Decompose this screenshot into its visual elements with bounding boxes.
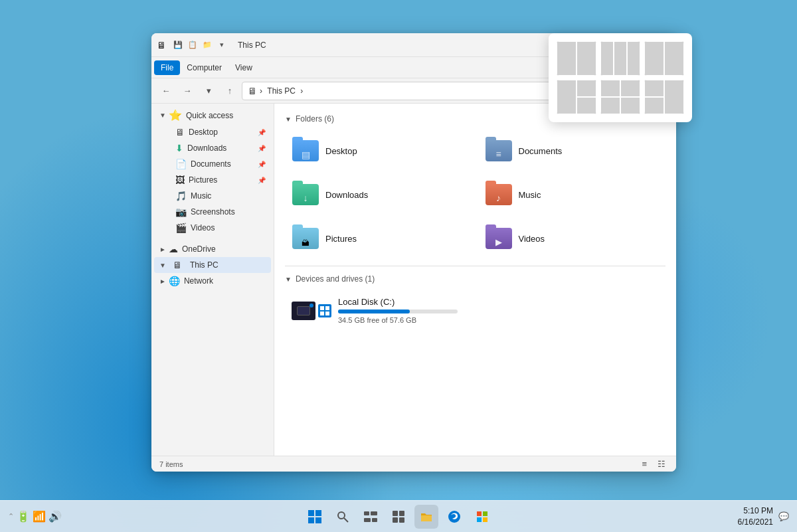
search-button[interactable] [331, 505, 355, 529]
properties-icon[interactable]: 📋 [186, 39, 199, 52]
folders-section-label: Folders (6) [296, 114, 334, 124]
folder-pictures-icon-wrap [292, 225, 319, 252]
svg-rect-16 [393, 517, 398, 523]
folder-desktop[interactable]: Desktop [285, 132, 473, 170]
menu-file[interactable]: File [154, 60, 180, 75]
sidebar-item-screenshots[interactable]: 📷 Screenshots [154, 204, 271, 220]
folder-desktop-icon-wrap [292, 137, 319, 164]
back-button[interactable]: ← [157, 82, 175, 100]
folder-downloads[interactable]: Downloads [285, 175, 473, 214]
grid-view-button[interactable]: ☷ [655, 458, 668, 470]
dropdown-arrow-icon[interactable]: ▾ [215, 39, 228, 52]
this-pc-label: This PC [190, 260, 219, 270]
sidebar-item-videos[interactable]: 🎬 Videos [154, 220, 271, 236]
widgets-button[interactable] [387, 505, 410, 529]
forward-button[interactable]: → [178, 82, 197, 100]
menu-view[interactable]: View [228, 60, 259, 75]
recent-locations-button[interactable]: ▾ [199, 82, 218, 100]
device-local-disk[interactable]: Local Disk (C:) 34.5 GB free of 57.6 GB [285, 292, 665, 329]
svg-rect-3 [325, 311, 329, 315]
folder-videos[interactable]: Videos [478, 219, 666, 258]
snap-cell [620, 80, 640, 97]
onedrive-chevron: ► [159, 246, 166, 253]
task-view-button[interactable] [359, 505, 383, 529]
taskbar-time-date[interactable]: 5:10 PM 6/16/2021 [738, 505, 773, 528]
path-thispc: This PC [267, 86, 296, 96]
folder-downloads-icon [292, 184, 319, 205]
notification-icon[interactable]: 💬 [778, 511, 789, 521]
sidebar-item-pictures[interactable]: 🖼 Pictures 📌 [154, 172, 271, 188]
svg-rect-11 [371, 511, 377, 515]
save-icon[interactable]: 💾 [171, 39, 185, 52]
content-area: ▼ ⭐ Quick access 🖥 Desktop 📌 ⬇ Downloads… [151, 104, 676, 456]
list-view-button[interactable]: ≡ [639, 458, 650, 470]
devices-toggle-icon: ▼ [285, 276, 292, 283]
folder-pictures[interactable]: Pictures [285, 219, 473, 258]
edge-browser-button[interactable] [442, 505, 466, 529]
taskbar-center [303, 505, 494, 529]
svg-point-8 [338, 512, 345, 519]
folder-music-icon-wrap [486, 181, 512, 208]
sidebar-item-documents[interactable]: 📄 Documents 📌 [154, 156, 271, 172]
store-button[interactable] [470, 505, 494, 529]
snap-layout-2[interactable] [600, 41, 640, 76]
snap-layout-6[interactable] [644, 80, 684, 114]
svg-line-9 [344, 518, 348, 522]
taskbar-date: 6/16/2021 [738, 517, 773, 528]
sidebar-item-music[interactable]: 🎵 Music [154, 188, 271, 204]
folder-desktop-label: Desktop [325, 146, 357, 156]
sidebar-item-downloads[interactable]: ⬇ Downloads 📌 [154, 140, 271, 156]
sidebar-downloads-label: Downloads [187, 143, 226, 153]
snap-cell [576, 97, 596, 114]
folder-pictures-label: Pictures [325, 234, 357, 244]
quick-access-section[interactable]: ▼ ⭐ Quick access [154, 106, 271, 124]
file-explorer-taskbar-button[interactable] [414, 505, 438, 529]
devices-section-header[interactable]: ▼ Devices and drives (1) [285, 274, 665, 284]
address-box[interactable]: 🖥 › This PC › ▾ ↻ [242, 82, 575, 100]
new-folder-icon[interactable]: 📁 [201, 39, 214, 52]
desktop-icon: 🖥 [175, 127, 185, 137]
snap-layout-4[interactable] [557, 80, 596, 114]
folder-music[interactable]: Music [478, 175, 666, 214]
snap-layout-5[interactable] [600, 80, 640, 114]
snap-layout-3[interactable] [644, 41, 684, 76]
onedrive-icon: ☁ [169, 244, 178, 254]
snap-layout-1[interactable] [557, 41, 596, 76]
folder-documents-icon-wrap [486, 137, 512, 164]
svg-rect-13 [372, 518, 377, 522]
menu-computer[interactable]: Computer [180, 60, 228, 75]
screenshots-icon: 📷 [175, 207, 187, 217]
computer-icon: 🖥 [157, 40, 167, 50]
svg-rect-14 [393, 511, 398, 516]
network-icon: 🌐 [169, 276, 180, 286]
onedrive-section[interactable]: ► ☁ OneDrive [154, 241, 271, 257]
device-space: 34.5 GB free of 57.6 GB [338, 316, 659, 324]
path-text: › [260, 86, 264, 96]
network-section[interactable]: ► 🌐 Network [154, 273, 271, 289]
svg-rect-22 [477, 517, 482, 522]
device-progress-fill [338, 310, 410, 313]
downloads-icon: ⬇ [175, 143, 183, 153]
snap-cell [576, 80, 596, 97]
svg-rect-10 [364, 511, 369, 515]
network-chevron: ► [159, 278, 166, 285]
up-button[interactable]: ↑ [221, 82, 239, 100]
svg-rect-15 [399, 511, 404, 516]
device-icon-wrap [292, 302, 331, 320]
this-pc-section[interactable]: ▼ 🖥 This PC [154, 257, 271, 273]
this-pc-chevron: ▼ [159, 262, 166, 269]
path-computer-icon: 🖥 [248, 86, 257, 96]
svg-rect-7 [315, 517, 321, 523]
sidebar-item-desktop[interactable]: 🖥 Desktop 📌 [154, 124, 271, 140]
pin-icon-pictures: 📌 [258, 177, 266, 184]
snap-cell [557, 80, 576, 114]
start-button[interactable] [303, 505, 327, 529]
svg-rect-0 [320, 306, 324, 310]
battery-icon: 🔋 [17, 510, 30, 523]
folder-documents[interactable]: Documents [478, 132, 666, 170]
svg-rect-4 [308, 510, 314, 516]
sidebar-pictures-label: Pictures [189, 175, 217, 185]
snap-cell [614, 41, 627, 76]
system-tray-chevron[interactable]: ⌃ [8, 512, 14, 521]
folder-music-label: Music [519, 190, 541, 200]
